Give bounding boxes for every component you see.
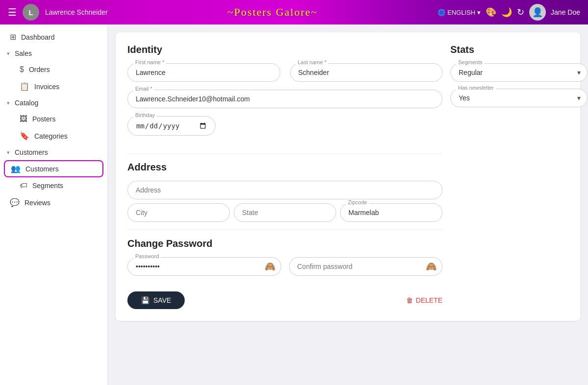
topbar-right: 🌐 ENGLISH ▾ 🎨 🌙 ↻ 👤 Jane Doe [438,4,580,21]
last-name-input[interactable] [290,63,443,82]
divider-address [127,153,442,154]
sidebar-catalog-label: Catalog [15,99,38,107]
reviews-icon: 💬 [10,198,20,207]
newsletter-label: Has newsletter [456,85,496,91]
zipcode-input[interactable] [340,203,442,222]
save-button[interactable]: 💾 SAVE [127,291,185,309]
customers-icon: 👥 [11,164,21,173]
password-visibility-toggle[interactable]: 🙈 [265,261,275,272]
sidebar-item-reviews[interactable]: 💬 Reviews [0,194,107,211]
catalog-chevron-icon: ▾ [7,100,10,106]
sidebar-customers-group-label: Customers [15,148,48,156]
palette-icon[interactable]: 🎨 [486,7,496,18]
form-left-col: Identity First name * Last name * Email … [127,44,442,309]
translate-icon: 🌐 [438,9,445,16]
segments-label: Segments [456,59,485,65]
main-content: Identity First name * Last name * Email … [108,24,588,385]
last-name-label: Last name * [296,59,329,65]
theme-toggle-icon[interactable]: 🌙 [501,7,512,18]
first-name-label: First name * [133,59,166,65]
form-two-col: Identity First name * Last name * Email … [127,44,568,309]
delete-button[interactable]: 🗑 DELETE [406,296,442,304]
orders-icon: $ [20,65,24,74]
content-card: Identity First name * Last name * Email … [116,32,580,321]
user-avatar-initial: L [23,4,39,21]
birthday-label: Birthday [133,112,157,118]
change-password-title: Change Password [127,238,442,249]
sidebar-customers-label: Customers [25,165,59,173]
birthday-group: Birthday [127,116,216,136]
language-chevron-icon: ▾ [477,9,481,16]
sidebar-item-catalog[interactable]: ▾ Catalog [0,95,107,111]
birthday-input[interactable] [127,116,216,136]
main-layout: ⊞ Dashboard ▾ Sales $ Orders 📋 Invoices … [0,24,588,385]
sidebar-item-dashboard[interactable]: ⊞ Dashboard [0,28,107,46]
invoices-icon: 📋 [20,82,29,91]
segments-select[interactable]: Regular VIP New [450,63,588,82]
city-group [127,203,230,222]
sidebar-segments-label: Segments [32,182,63,190]
zipcode-label: Zipcode [346,199,369,205]
trash-icon: 🗑 [406,296,413,304]
sidebar-item-segments[interactable]: 🏷 Segments [0,177,107,194]
name-row: First name * Last name * [127,63,442,82]
footer-actions: 💾 SAVE 🗑 DELETE [127,280,442,309]
sidebar-item-orders[interactable]: $ Orders [0,61,107,78]
newsletter-select[interactable]: Yes No [450,89,588,107]
segments-icon: 🏷 [20,181,27,190]
refresh-icon[interactable]: ↻ [517,7,524,18]
sidebar-item-invoices[interactable]: 📋 Invoices [0,78,107,95]
password-group: Password 🙈 [127,257,281,276]
email-label: Email * [133,86,154,92]
password-label: Password [133,253,161,259]
sidebar-item-customers[interactable]: 👥 Customers [4,160,103,177]
confirm-password-input[interactable] [289,257,443,276]
zipcode-group: Zipcode [340,203,442,222]
city-input[interactable] [127,203,230,222]
identity-section-title: Identity [127,44,442,55]
stats-section-title: Stats [450,44,588,55]
stats-col: Stats Segments Regular VIP New ▾ Has new… [450,44,588,309]
sidebar-orders-label: Orders [29,66,50,73]
sidebar: ⊞ Dashboard ▾ Sales $ Orders 📋 Invoices … [0,24,108,385]
state-input[interactable] [234,203,336,222]
email-input[interactable] [127,90,442,108]
language-selector[interactable]: 🌐 ENGLISH ▾ [438,9,481,16]
eye-off-icon: 🙈 [265,262,275,271]
password-input[interactable] [127,257,281,276]
sidebar-invoices-label: Invoices [34,83,59,91]
newsletter-group: Has newsletter Yes No ▾ [450,89,588,107]
last-name-group: Last name * [290,63,443,82]
save-label: SAVE [153,296,171,304]
address-input[interactable] [127,181,442,199]
dashboard-icon: ⊞ [10,32,16,42]
password-row: Password 🙈 🙈 [127,257,442,276]
confirm-password-visibility-toggle[interactable]: 🙈 [426,261,437,272]
confirm-password-group: 🙈 [289,257,443,276]
address-section-title: Address [127,162,442,173]
sidebar-dashboard-label: Dashboard [21,33,55,41]
sidebar-sales-label: Sales [15,49,32,57]
eye-off-icon-confirm: 🙈 [426,262,437,271]
sidebar-item-sales[interactable]: ▾ Sales [0,46,107,61]
customers-chevron-icon: ▾ [7,149,10,156]
sidebar-item-posters[interactable]: 🖼 Posters [0,111,107,127]
topbar: ☰ L Lawrence Schneider ~Posters Galore~ … [0,0,588,24]
sidebar-item-customers-group[interactable]: ▾ Customers [0,144,107,160]
posters-icon: 🖼 [20,115,27,123]
email-group: Email * [127,90,442,108]
topbar-username: Lawrence Schneider [45,8,108,16]
state-group [234,203,336,222]
language-label: ENGLISH [447,9,475,16]
city-state-zip-row: Zipcode [127,203,442,222]
sidebar-item-categories[interactable]: 🔖 Categories [0,127,107,144]
hamburger-menu-icon[interactable]: ☰ [8,6,17,18]
segments-group: Segments Regular VIP New ▾ [450,63,588,82]
brand-title: ~Posters Galore~ [114,6,432,19]
sidebar-reviews-label: Reviews [24,199,50,207]
save-icon: 💾 [141,296,149,304]
first-name-input[interactable] [127,63,280,82]
user-photo-avatar[interactable]: 👤 [529,4,546,21]
divider-password [127,230,442,230]
categories-icon: 🔖 [20,131,29,141]
